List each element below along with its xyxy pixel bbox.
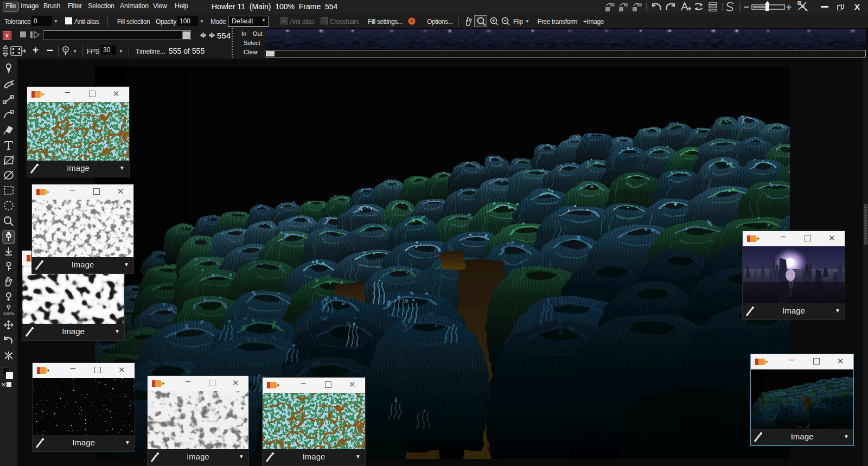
svg-text:100%: 100% (3, 311, 14, 316)
